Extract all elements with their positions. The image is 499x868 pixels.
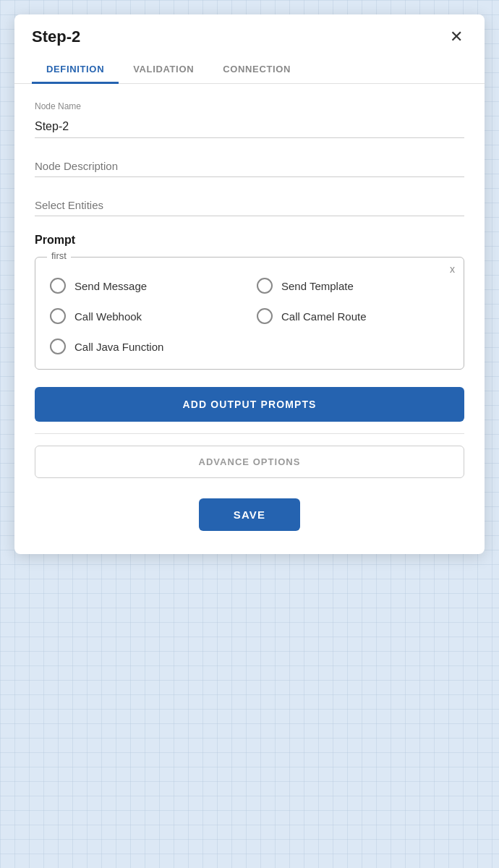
- option-call-webhook[interactable]: Call Webhook: [50, 308, 242, 324]
- select-entities-group: [35, 195, 464, 216]
- prompt-box-legend: first: [47, 250, 71, 261]
- advance-options-button[interactable]: ADVANCE OPTIONS: [35, 446, 464, 478]
- tabs-container: DEFINITION VALIDATION CONNECTION: [14, 56, 485, 84]
- node-name-label: Node Name: [35, 101, 464, 111]
- node-description-group: [35, 156, 464, 177]
- save-button[interactable]: SAVE: [199, 498, 301, 531]
- modal-body: Node Name Prompt first x Se: [14, 84, 485, 554]
- prompt-label: Prompt: [35, 234, 464, 247]
- tab-definition[interactable]: DEFINITION: [32, 56, 119, 84]
- modal-header: Step-2 ✕: [14, 14, 485, 46]
- option-send-message[interactable]: Send Message: [50, 278, 242, 294]
- prompt-box: first x Send Message Send Template: [35, 257, 464, 370]
- option-send-message-label: Send Message: [74, 280, 147, 292]
- radio-call-camel-route[interactable]: [257, 308, 273, 324]
- radio-send-message[interactable]: [50, 278, 66, 294]
- option-send-template[interactable]: Send Template: [257, 278, 449, 294]
- radio-call-webhook[interactable]: [50, 308, 66, 324]
- select-entities-input[interactable]: [35, 195, 464, 216]
- add-output-prompts-button[interactable]: ADD OUTPUT PROMPTS: [35, 387, 464, 422]
- tab-validation[interactable]: VALIDATION: [119, 56, 208, 84]
- option-call-java-function-label: Call Java Function: [74, 341, 163, 353]
- prompt-box-close-button[interactable]: x: [450, 263, 455, 275]
- radio-call-java-function[interactable]: [50, 339, 66, 354]
- node-description-input[interactable]: [35, 156, 464, 177]
- modal-title: Step-2: [32, 27, 80, 46]
- save-button-wrapper: SAVE: [35, 498, 464, 531]
- option-call-camel-route-label: Call Camel Route: [281, 310, 367, 323]
- tab-connection[interactable]: CONNECTION: [208, 56, 305, 84]
- option-send-template-label: Send Template: [281, 280, 354, 292]
- option-call-webhook-label: Call Webhook: [74, 310, 142, 323]
- node-name-group: Node Name: [35, 101, 464, 138]
- prompt-section: Prompt first x Send Message Send Templat…: [35, 234, 464, 370]
- option-call-camel-route[interactable]: Call Camel Route: [257, 308, 449, 324]
- radio-send-template[interactable]: [257, 278, 273, 294]
- close-button[interactable]: ✕: [445, 27, 467, 46]
- options-grid: Send Message Send Template Call Webhook: [50, 278, 449, 324]
- node-name-input[interactable]: [35, 116, 464, 138]
- modal-container: Step-2 ✕ DEFINITION VALIDATION CONNECTIO…: [14, 14, 485, 554]
- option-call-java-function[interactable]: Call Java Function: [50, 339, 449, 354]
- divider: [35, 433, 464, 434]
